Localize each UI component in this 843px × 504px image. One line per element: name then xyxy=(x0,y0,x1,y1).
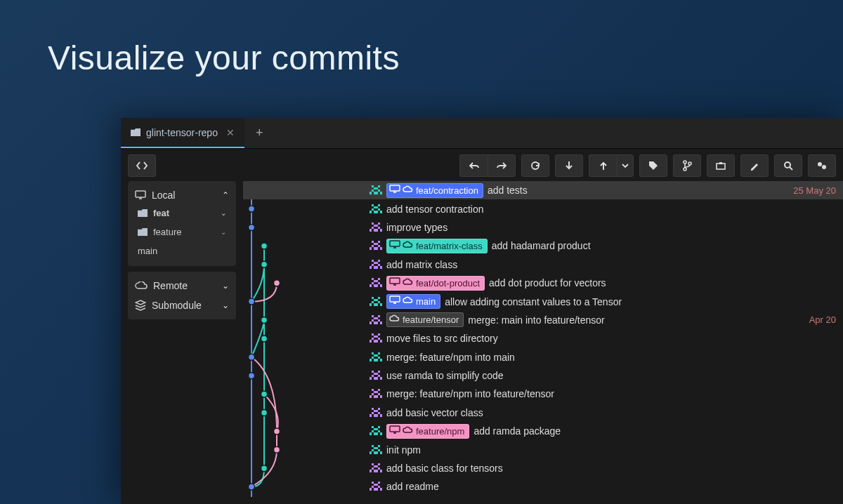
branch-badge[interactable]: feature/tensor xyxy=(386,312,464,327)
commit-row[interactable]: merge: feature/npm into main xyxy=(243,348,843,366)
svg-rect-89 xyxy=(372,319,374,321)
repo-tab[interactable]: glint-tensor-repo ✕ xyxy=(121,118,244,148)
search-button[interactable] xyxy=(774,154,802,177)
commit-message: add ramda package xyxy=(473,425,843,437)
remote-header[interactable]: Remote ⌄ xyxy=(135,277,229,294)
push-dropdown-button[interactable] xyxy=(617,154,634,177)
svg-rect-148 xyxy=(370,451,372,454)
svg-rect-127 xyxy=(378,408,380,410)
commit-message: use ramda to simplify code xyxy=(386,370,843,381)
svg-point-2 xyxy=(688,162,691,165)
stash-button[interactable] xyxy=(707,154,735,177)
monitor-icon xyxy=(389,296,400,307)
commit-row[interactable]: feat/dot-productadd dot product for vect… xyxy=(243,274,843,292)
svg-rect-155 xyxy=(378,467,380,470)
settings-button[interactable] xyxy=(808,154,836,177)
branch-button[interactable] xyxy=(673,154,701,177)
svg-rect-83 xyxy=(374,303,378,306)
local-panel: Local ⌃ feat⌄feature⌄main xyxy=(128,181,236,266)
svg-rect-75 xyxy=(380,284,382,287)
svg-rect-156 xyxy=(370,470,372,472)
svg-rect-164 xyxy=(370,488,372,491)
svg-point-5 xyxy=(818,162,822,166)
svg-rect-136 xyxy=(374,428,378,430)
pull-button[interactable] xyxy=(555,154,583,177)
svg-rect-72 xyxy=(378,282,380,284)
submodule-header[interactable]: Submodule ⌄ xyxy=(135,297,229,314)
commit-message: merge: feature/npm into feature/tensor xyxy=(386,388,843,399)
svg-rect-157 xyxy=(374,470,378,472)
branch-badge[interactable]: feature/npm xyxy=(386,424,469,439)
svg-rect-133 xyxy=(380,414,382,417)
svg-rect-63 xyxy=(372,264,374,266)
commit-row[interactable]: add tensor contraction xyxy=(243,199,843,218)
tag-button[interactable] xyxy=(639,154,667,177)
sidebar-item-feature[interactable]: feature⌄ xyxy=(135,223,229,241)
local-header[interactable]: Local ⌃ xyxy=(135,187,229,204)
refresh-button[interactable] xyxy=(521,154,549,177)
svg-rect-115 xyxy=(370,377,372,380)
svg-rect-68 xyxy=(372,278,374,280)
svg-rect-102 xyxy=(372,352,374,354)
commit-row[interactable]: add basic vector class xyxy=(243,404,843,422)
commit-row[interactable]: add matrix class xyxy=(243,256,843,274)
svg-rect-90 xyxy=(378,319,380,321)
branch-badge[interactable]: feat/matrix-class xyxy=(386,239,488,253)
submodule-label: Submodule xyxy=(152,300,202,311)
sidebar-item-feat[interactable]: feat⌄ xyxy=(135,204,229,223)
close-icon[interactable]: ✕ xyxy=(226,127,235,138)
svg-rect-103 xyxy=(378,352,380,354)
branch-badge[interactable]: feat/contraction xyxy=(386,183,483,198)
svg-rect-93 xyxy=(380,321,382,324)
svg-rect-54 xyxy=(372,245,374,247)
sidebar: Local ⌃ feat⌄feature⌄main Remote ⌄ Submo… xyxy=(121,181,243,504)
commit-row[interactable]: feat/contractionadd tests25 May 20 xyxy=(243,181,843,199)
commit-message: add dot product for vectors xyxy=(489,277,843,289)
svg-rect-37 xyxy=(374,206,378,208)
sidebar-item-main[interactable]: main xyxy=(135,241,229,260)
add-tab-button[interactable]: + xyxy=(244,126,275,140)
svg-rect-35 xyxy=(372,204,374,206)
svg-rect-145 xyxy=(374,447,378,449)
commit-row[interactable]: mainallow adding constant values to a Te… xyxy=(243,292,843,310)
svg-rect-138 xyxy=(378,430,380,432)
redo-button[interactable] xyxy=(488,154,516,177)
commit-row[interactable]: merge: feature/npm into feature/tensor xyxy=(243,385,843,403)
commit-row[interactable]: feat/matrix-classadd hadamard product xyxy=(243,237,843,255)
commit-row[interactable]: move files to src directory xyxy=(243,329,843,347)
author-avatar xyxy=(370,239,382,252)
branch-badge[interactable]: feat/dot-product xyxy=(386,276,485,291)
commit-row[interactable]: add basic class for tensors xyxy=(243,459,843,477)
svg-rect-150 xyxy=(380,451,382,454)
push-button[interactable] xyxy=(589,154,617,177)
svg-rect-45 xyxy=(374,225,378,227)
undo-button[interactable] xyxy=(459,154,488,177)
svg-rect-135 xyxy=(378,426,380,428)
svg-rect-26 xyxy=(372,185,374,187)
commit-row[interactable]: improve types xyxy=(243,218,843,237)
svg-rect-96 xyxy=(374,336,378,338)
svg-rect-105 xyxy=(372,357,374,359)
commit-row[interactable]: feature/npmadd ramda package xyxy=(243,422,843,440)
svg-rect-79 xyxy=(374,299,378,301)
collapse-sidebar-button[interactable] xyxy=(128,154,156,177)
svg-rect-92 xyxy=(374,321,378,324)
commit-date: 25 May 20 xyxy=(793,185,836,196)
branch-badge[interactable]: main xyxy=(386,294,440,309)
commit-row[interactable]: add readme xyxy=(243,477,843,496)
svg-rect-36 xyxy=(378,204,380,206)
layers-icon xyxy=(135,300,146,311)
commit-row[interactable]: feature/tensormerge: main into feature/t… xyxy=(243,311,843,329)
author-avatar xyxy=(370,203,382,215)
svg-rect-153 xyxy=(374,465,378,467)
monitor-icon xyxy=(389,185,400,197)
svg-rect-91 xyxy=(370,321,372,324)
svg-rect-125 xyxy=(380,395,382,398)
svg-point-6 xyxy=(822,165,826,169)
monitor-icon xyxy=(389,240,400,252)
edit-button[interactable] xyxy=(740,154,769,177)
svg-rect-111 xyxy=(378,371,380,373)
commit-row[interactable]: init npm xyxy=(243,440,843,458)
commit-row[interactable]: use ramda to simplify code xyxy=(243,366,843,385)
svg-rect-62 xyxy=(374,262,378,264)
